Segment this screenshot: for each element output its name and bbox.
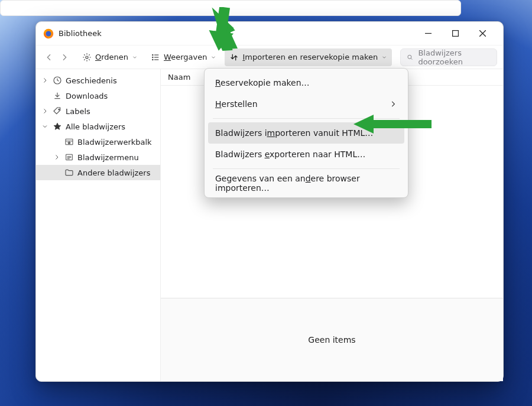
menu-item-backup[interactable]: Reservekopie maken…	[208, 72, 404, 93]
chevron-right-icon	[389, 100, 397, 108]
menu-item-label: Bladwijzers importeren vanuit HTML…	[215, 128, 373, 138]
nav-buttons	[42, 49, 72, 66]
menu-item-label: Gegevens van een andere browser importer…	[215, 174, 397, 193]
chevron-down-icon	[132, 54, 138, 60]
import-export-icon	[229, 53, 239, 62]
search-input[interactable]: Bladwijzers doorzoeken	[400, 48, 497, 66]
sidebar-item-label: Andere bladwijzers	[77, 168, 150, 177]
tag-icon	[53, 106, 62, 116]
minimize-button[interactable]	[414, 24, 442, 43]
chevron-right-icon	[41, 77, 49, 84]
sidebar-item-label: Alle bladwijzers	[66, 122, 125, 131]
svg-point-9	[153, 57, 153, 57]
sidebar-item-all-bookmarks[interactable]: Alle bladwijzers	[36, 119, 160, 134]
import-backup-menu[interactable]: Importeren en reservekopie maken	[225, 48, 392, 66]
svg-point-17	[59, 109, 60, 111]
window-title: Bibliotheek	[59, 29, 102, 38]
sidebar-item-tags[interactable]: Labels	[36, 103, 160, 119]
svg-rect-22	[66, 154, 73, 160]
svg-marker-18	[54, 123, 61, 129]
svg-point-7	[153, 54, 153, 55]
chevron-right-icon	[41, 108, 49, 115]
sidebar-tree: Geschiedenis Downloads Labels	[36, 69, 161, 381]
chevron-down-icon	[210, 54, 216, 60]
svg-point-13	[408, 55, 411, 59]
sidebar-item-label: Downloads	[66, 92, 108, 100]
svg-line-14	[411, 58, 412, 59]
svg-point-1	[46, 31, 51, 36]
search-icon	[407, 53, 413, 61]
sidebar-item-label: Geschiedenis	[66, 76, 117, 85]
sidebar-item-toolbar[interactable]: Bladwijzerwerkbalk	[36, 134, 160, 150]
menu-folder-icon	[64, 152, 74, 162]
svg-point-11	[153, 59, 153, 60]
close-button[interactable]	[469, 24, 496, 43]
gear-icon	[82, 53, 92, 62]
folder-icon	[64, 168, 74, 177]
menu-item-import-html[interactable]: Bladwijzers importeren vanuit HTML…	[208, 122, 404, 144]
import-label: Importeren en reservekopie maken	[242, 53, 378, 61]
svg-point-6	[86, 56, 88, 59]
organize-menu[interactable]: Ordenen	[77, 48, 142, 66]
sidebar-item-label: Bladwijzerwerkbalk	[77, 138, 152, 147]
views-label: Weergaven	[164, 53, 207, 61]
menu-item-import-browser[interactable]: Gegevens van een andere browser importer…	[208, 173, 404, 194]
empty-label: Geen items	[308, 335, 355, 345]
svg-marker-21	[68, 142, 70, 144]
sidebar-item-other[interactable]: Andere bladwijzers	[36, 165, 160, 180]
svg-rect-3	[452, 31, 458, 37]
sidebar-item-history[interactable]: Geschiedenis	[36, 73, 160, 88]
menu-separator	[213, 118, 400, 119]
search-placeholder: Bladwijzers doorzoeken	[418, 48, 491, 66]
import-backup-dropdown: Reservekopie maken… Herstellen Bladwijze…	[204, 68, 408, 198]
back-button[interactable]	[42, 49, 56, 66]
sidebar-item-downloads[interactable]: Downloads	[36, 88, 160, 103]
menu-item-label: Herstellen	[215, 99, 258, 109]
views-menu[interactable]: Weergaven	[146, 48, 221, 66]
clock-icon	[53, 76, 62, 85]
list-icon	[151, 53, 160, 62]
chevron-right-icon	[53, 154, 61, 161]
menu-item-export-html[interactable]: Bladwijzers exporteren naar HTML…	[208, 144, 404, 165]
menu-item-label: Reservekopie maken…	[215, 78, 310, 87]
titlebar: Bibliotheek	[36, 22, 503, 46]
toolbar: Ordenen Weergaven Importeren en r	[36, 46, 503, 69]
chevron-down-icon	[381, 54, 387, 60]
download-icon	[53, 91, 62, 100]
organize-label: Ordenen	[95, 53, 128, 61]
forward-button[interactable]	[57, 49, 72, 66]
firefox-app-icon	[43, 28, 54, 39]
sidebar-item-label: Bladwijzermenu	[77, 153, 139, 162]
sidebar-item-menu[interactable]: Bladwijzermenu	[36, 150, 160, 165]
sidebar-item-label: Labels	[66, 107, 90, 116]
maximize-button[interactable]	[442, 24, 469, 43]
detail-area: Geen items	[161, 298, 503, 381]
menu-separator	[213, 168, 400, 169]
menu-item-label: Bladwijzers exporteren naar HTML…	[215, 150, 365, 159]
chevron-down-icon	[41, 123, 49, 130]
toolbar-folder-icon	[64, 137, 74, 147]
background-window	[0, 0, 461, 16]
star-icon	[53, 122, 62, 131]
menu-item-restore[interactable]: Herstellen	[208, 93, 404, 115]
